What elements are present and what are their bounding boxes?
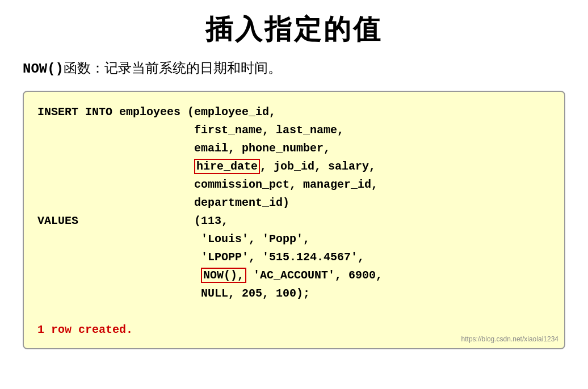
code-line-4-pre [37, 160, 194, 173]
code-line-10: NOW(), 'AC_ACCOUNT', 6900, [37, 267, 551, 285]
code-line-10-pre [37, 269, 201, 282]
code-line-10-post: 'AC_ACCOUNT', 6900, [246, 269, 383, 282]
code-line-6: department_id) [37, 194, 551, 212]
code-line-7: VALUES (113, [37, 212, 551, 230]
subtitle-func: NOW() [23, 61, 64, 77]
now-highlight: NOW(), [201, 268, 246, 283]
code-line-2: first_name, last_name, [37, 121, 551, 139]
code-block: INSERT INTO employees (employee_id, firs… [23, 91, 565, 349]
watermark: https://blog.csdn.net/xiaolai1234 [461, 334, 558, 345]
code-line-8: 'Louis', 'Popp', [37, 230, 551, 248]
code-line-1: INSERT INTO employees (employee_id, [37, 103, 551, 121]
code-line-9: 'LPOPP', '515.124.4567', [37, 248, 551, 267]
code-line-3: email, phone_number, [37, 139, 551, 158]
code-line-4: hire_date, job_id, salary, [37, 158, 551, 176]
hire-date-highlight: hire_date [194, 159, 260, 174]
result-text: 1 row created. [37, 323, 133, 336]
subtitle-desc: 函数：记录当前系统的日期和时间。 [64, 60, 282, 75]
code-line-11: NULL, 205, 100); [37, 285, 551, 303]
subtitle: NOW()函数：记录当前系统的日期和时间。 [23, 59, 282, 77]
code-line-5: commission_pct, manager_id, [37, 176, 551, 194]
page-title: 插入指定的值 [205, 11, 383, 48]
code-line-4-post: , job_id, salary, [260, 160, 376, 173]
